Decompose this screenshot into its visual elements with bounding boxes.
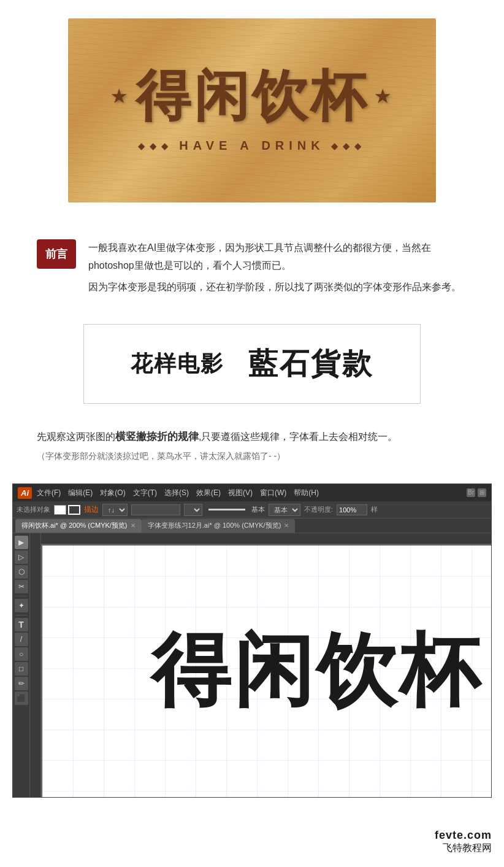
tab-2-label: 字体变形练习12月.ai* @ 100% (CMYK/预览) xyxy=(148,521,281,530)
toolbar-separator-1 xyxy=(15,596,28,596)
basic-dropdown[interactable]: 基本 xyxy=(269,504,300,516)
page-wrapper: ★ 得闲饮杯 ★ ◆◆◆ HAVE A DRINK ◆◆◆ 前言 一般我喜欢在A… xyxy=(0,0,504,798)
tool-rect[interactable]: □ xyxy=(15,662,28,676)
wood-text-overlay: ★ 得闲饮杯 ★ ◆◆◆ HAVE A DRINK ◆◆◆ xyxy=(68,59,436,153)
tab-1-label: 得闲饮杯.ai* @ 200% (CMYK/预览) xyxy=(21,521,128,530)
ai-canvas-inner: 得闲饮杯 xyxy=(42,545,491,797)
diamond-right-icon: ◆◆◆ xyxy=(331,141,366,150)
ai-menu: 文件(F) 编辑(E) 对象(O) 文字(T) 选择(S) 效果(E) 视图(V… xyxy=(37,488,319,498)
intro-section: 前言 一般我喜欢在AI里做字体变形，因为形状工具节点调整什么的都很方便，当然在p… xyxy=(0,215,504,318)
ai-left-toolbar: ▶ ▷ ⬡ ✂ ✦ T / ○ □ ✏ ⬛ xyxy=(13,533,30,797)
basic-label: 基本 xyxy=(251,505,265,514)
stroke-preview xyxy=(54,505,80,515)
tool-text[interactable]: T xyxy=(15,618,28,631)
menu-edit[interactable]: 编辑(E) xyxy=(68,488,93,498)
select-label: 未选择对象 xyxy=(17,505,50,514)
ai-window-controls: Br ⊞ xyxy=(467,488,486,497)
desc-sub: （字体变形部分就淡淡掠过吧，菜鸟水平，讲太深入就露馅了- -） xyxy=(37,451,467,462)
tool-ellipse[interactable]: ○ xyxy=(15,647,28,661)
tool-shape[interactable]: ⬡ xyxy=(15,565,28,579)
ai-btn-grid: ⊞ xyxy=(478,488,486,497)
ai-ruler-left xyxy=(30,533,41,797)
desc-section: 先观察这两张图的横竖撇捺折的规律,只要遵循这些规律，字体看上去会相对统一。 （字… xyxy=(0,416,504,471)
toolbar-separator-2 xyxy=(15,615,28,615)
ai-logo: Ai xyxy=(18,487,32,499)
wood-subtitle: ◆◆◆ HAVE A DRINK ◆◆◆ xyxy=(68,139,436,153)
fill-box xyxy=(54,505,66,515)
wood-title: 得闲饮杯 xyxy=(136,59,368,134)
ai-canvas-text: 得闲饮杯 xyxy=(151,617,482,725)
tool-direct-select[interactable]: ▷ xyxy=(15,550,28,564)
ai-window: Ai 文件(F) 编辑(E) 对象(O) 文字(T) 选择(S) 效果(E) 视… xyxy=(12,484,492,798)
qianyan-badge: 前言 xyxy=(37,239,76,269)
tool-line[interactable]: / xyxy=(15,633,28,646)
menu-text[interactable]: 文字(T) xyxy=(133,488,157,498)
ref-image-section: 花样电影 藍石貨款 xyxy=(0,318,504,416)
tool-pencil[interactable]: ✏ xyxy=(15,677,28,690)
stroke-text: 描边 xyxy=(84,504,99,515)
tool-scissors[interactable]: ✂ xyxy=(15,580,28,593)
style-label: 样 xyxy=(371,505,378,514)
ref-text-1: 花样电影 xyxy=(131,349,224,379)
top-image-section: ★ 得闲饮杯 ★ ◆◆◆ HAVE A DRINK ◆◆◆ xyxy=(0,0,504,215)
wood-main-text: ★ 得闲饮杯 ★ xyxy=(68,59,436,134)
intro-paragraph-2: 因为字体变形是我的弱项，还在初学阶段，所以找了两张类似的字体变形作品来参考。 xyxy=(88,279,467,296)
ai-toolbar: 未选择对象 描边 ↑↓ 基本 基本 不透明度: 样 xyxy=(13,501,491,518)
ai-btn-br: Br xyxy=(467,488,475,497)
diamond-left-icon: ◆◆◆ xyxy=(138,141,173,150)
desc-bold: 横竖撇捺折的规律 xyxy=(115,431,199,442)
star-right-icon: ★ xyxy=(375,86,393,106)
stroke-value-dropdown[interactable] xyxy=(184,504,202,516)
menu-view[interactable]: 视图(V) xyxy=(228,488,253,498)
tool-select[interactable]: ▶ xyxy=(15,536,28,549)
intro-paragraph-1: 一般我喜欢在AI里做字体变形，因为形状工具节点调整什么的都很方便，当然在phot… xyxy=(88,239,467,275)
menu-file[interactable]: 文件(F) xyxy=(37,488,61,498)
ai-canvas: 得闲饮杯 xyxy=(30,533,491,797)
stroke-line-preview xyxy=(208,509,245,511)
opacity-label: 不透明度: xyxy=(304,505,333,514)
menu-help[interactable]: 帮助(H) xyxy=(294,488,319,498)
intro-text: 一般我喜欢在AI里做字体变形，因为形状工具节点调整什么的都很方便，当然在phot… xyxy=(88,239,467,299)
tab-2-close[interactable]: ✕ xyxy=(284,522,289,529)
tab-deuxianbeiai[interactable]: 得闲饮杯.ai* @ 200% (CMYK/预览) ✕ xyxy=(15,519,142,533)
ai-ruler-top xyxy=(30,533,491,544)
desc-main: 先观察这两张图的横竖撇捺折的规律,只要遵循这些规律，字体看上去会相对统一。 xyxy=(37,428,467,446)
star-left-icon: ★ xyxy=(111,86,129,106)
menu-object[interactable]: 对象(O) xyxy=(100,488,125,498)
stroke-dropdown[interactable]: ↑↓ xyxy=(102,504,128,516)
menu-select[interactable]: 选择(S) xyxy=(164,488,189,498)
tab-1-close[interactable]: ✕ xyxy=(131,522,136,529)
ref-text-2: 藍石貨款 xyxy=(248,344,373,383)
ai-main-area: ▶ ▷ ⬡ ✂ ✦ T / ○ □ ✏ ⬛ 得闲饮杯 xyxy=(13,533,491,797)
ref-image-container: 花样电影 藍石貨款 xyxy=(83,324,421,404)
stroke-value-field[interactable] xyxy=(131,504,180,515)
wood-subtitle-text: HAVE A DRINK xyxy=(179,139,324,153)
ai-titlebar: Ai 文件(F) 编辑(E) 对象(O) 文字(T) 选择(S) 效果(E) 视… xyxy=(13,484,491,501)
tab-font-practice[interactable]: 字体变形练习12月.ai* @ 100% (CMYK/预览) ✕ xyxy=(142,519,296,533)
menu-effect[interactable]: 效果(E) xyxy=(196,488,221,498)
stroke-box xyxy=(68,505,80,515)
wood-image: ★ 得闲饮杯 ★ ◆◆◆ HAVE A DRINK ◆◆◆ xyxy=(68,18,436,202)
ai-tabs: 得闲饮杯.ai* @ 200% (CMYK/预览) ✕ 字体变形练习12月.ai… xyxy=(13,518,491,533)
opacity-input[interactable] xyxy=(337,504,367,515)
menu-window[interactable]: 窗口(W) xyxy=(260,488,286,498)
tool-fill[interactable]: ⬛ xyxy=(15,692,28,705)
tool-star[interactable]: ✦ xyxy=(15,599,28,612)
